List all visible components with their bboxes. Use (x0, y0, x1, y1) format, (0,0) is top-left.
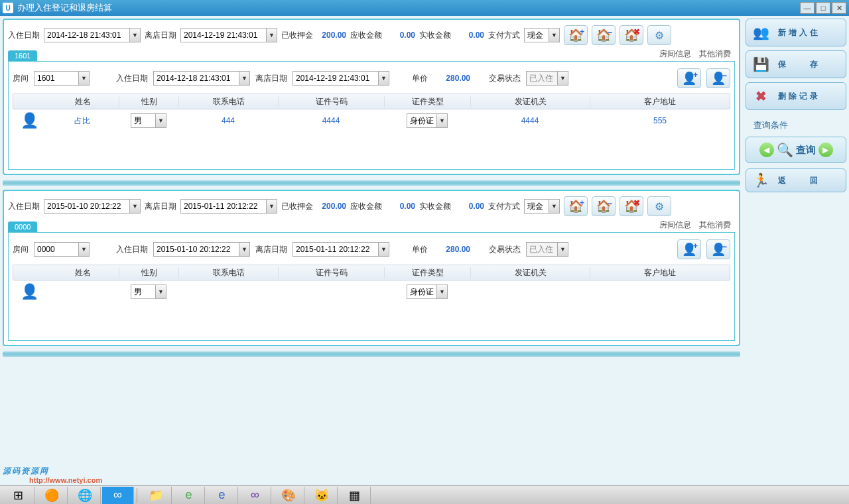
dropdown-icon[interactable]: ▼ (436, 285, 447, 298)
dropdown-icon[interactable]: ▼ (129, 200, 140, 213)
room-add-button[interactable]: 🏠+ (564, 25, 588, 45)
dropdown-icon[interactable]: ▼ (557, 72, 568, 85)
inner-checkout-picker[interactable]: ▼ (293, 71, 389, 86)
users-icon: 👥 (753, 23, 771, 42)
txn-status-select[interactable]: ▼ (526, 242, 568, 257)
dropdown-icon[interactable]: ▼ (155, 114, 166, 127)
guest-issuer[interactable]: 4444 (470, 116, 590, 125)
room-config-button[interactable]: ⚙ (647, 25, 671, 45)
dropdown-icon[interactable]: ▼ (266, 29, 277, 42)
room-tab[interactable]: 0000 (8, 221, 37, 232)
room-remove-button[interactable]: 🏠− (592, 25, 616, 45)
dropdown-icon[interactable]: ▼ (436, 114, 447, 127)
checkout-date-input[interactable] (181, 29, 266, 42)
checkin-date-picker[interactable]: ▼ (44, 28, 141, 42)
checkin-date-input[interactable] (44, 29, 129, 42)
taskbar-chrome[interactable]: 🌐 (69, 487, 101, 504)
dropdown-icon[interactable]: ▼ (378, 72, 389, 85)
disk-icon: 💾 (753, 55, 771, 74)
guest-phone[interactable]: 444 (178, 116, 278, 125)
guest-idnum[interactable]: 4444 (278, 116, 384, 125)
pay-method-select[interactable]: ▼ (524, 28, 560, 42)
taskbar-browser[interactable]: e (173, 487, 205, 504)
guest-row[interactable]: 👤 ▼ ▼ (13, 281, 730, 303)
delete-record-button[interactable]: ✖删除记录 (746, 82, 846, 110)
dropdown-icon[interactable]: ▼ (239, 243, 249, 256)
guest-remove-button[interactable]: 👤− (706, 68, 730, 88)
room-delete-button[interactable]: 🏠✖ (620, 25, 643, 45)
inner-checkout-picker[interactable]: ▼ (293, 242, 389, 257)
taskbar-vs[interactable]: ∞ (239, 487, 271, 504)
content-area: 入住日期 ▼ 离店日期 ▼ 已收押金 200.00 应收金额 0.00 实收金额… (0, 16, 743, 488)
room-tab[interactable]: 1601 (8, 50, 37, 61)
pay-method-input[interactable] (525, 29, 549, 42)
gender-select[interactable]: ▼ (131, 284, 166, 299)
receivable-label: 应收金额 (350, 30, 382, 41)
room-remove-button[interactable]: 🏠− (592, 196, 616, 216)
guest-add-button[interactable]: 👤+ (677, 68, 701, 88)
query-button[interactable]: ◀ 🔍 查询 ▶ (746, 137, 846, 163)
dropdown-icon[interactable]: ▼ (239, 72, 249, 85)
idtype-select[interactable]: ▼ (407, 284, 448, 299)
dropdown-icon[interactable]: ▼ (155, 285, 166, 298)
next-arrow-icon[interactable]: ▶ (818, 143, 833, 157)
guest-grid-header: 姓名 性别 联系电话 证件号码 证件类型 发证机关 客户地址 (13, 265, 730, 281)
dropdown-icon[interactable]: ▼ (78, 72, 89, 85)
record-card: 入住日期 ▼ 离店日期 ▼ 已收押金 200.00 应收金额 0.00 实收金额… (3, 19, 740, 175)
idtype-select[interactable]: ▼ (407, 113, 448, 128)
inner-checkin-picker[interactable]: ▼ (153, 242, 250, 257)
dropdown-icon[interactable]: ▼ (266, 200, 277, 213)
taskbar-app[interactable]: 🟠 (36, 487, 68, 504)
dropdown-icon[interactable]: ▼ (129, 29, 140, 42)
taskbar-ie[interactable]: e (206, 487, 238, 504)
taskbar-app[interactable]: ∞ (102, 487, 134, 504)
dropdown-icon[interactable]: ▼ (549, 29, 559, 42)
dropdown-icon[interactable]: ▼ (549, 200, 559, 213)
room-select[interactable]: ▼ (34, 71, 90, 86)
pay-method-label: 支付方式 (488, 30, 520, 41)
inner-checkin-picker[interactable]: ▼ (153, 71, 250, 86)
dropdown-icon[interactable]: ▼ (557, 243, 568, 256)
txn-status-label: 交易状态 (489, 73, 521, 84)
other-spend-tab[interactable]: 其他消费 (695, 218, 735, 232)
checkin-date-picker[interactable]: ▼ (44, 199, 141, 214)
taskbar-paint[interactable]: 🎨 (273, 487, 304, 504)
minimize-button[interactable]: — (800, 2, 815, 14)
taskbar-app[interactable]: ▦ (339, 487, 371, 504)
room-info-tab[interactable]: 房间信息 (655, 47, 695, 61)
gender-select[interactable]: ▼ (131, 113, 166, 128)
room-input[interactable] (34, 72, 78, 85)
room-info-tab[interactable]: 房间信息 (655, 218, 695, 232)
prev-arrow-icon[interactable]: ◀ (759, 143, 774, 157)
save-button[interactable]: 💾保 存 (746, 50, 846, 78)
sidebar: 👥新增入住 💾保 存 ✖删除记录 查询条件 ◀ 🔍 查询 ▶ 🏃返 回 (743, 16, 849, 488)
guest-add-button[interactable]: 👤+ (677, 239, 701, 259)
guest-row[interactable]: 👤 占比 ▼ 444 4444 ▼ 4444 555 (13, 109, 730, 132)
pay-method-select[interactable]: ▼ (524, 199, 560, 214)
room-select[interactable]: ▼ (34, 242, 90, 257)
other-spend-tab[interactable]: 其他消费 (695, 47, 735, 61)
taskbar-explorer[interactable]: 📁 (140, 487, 172, 504)
checkout-date-label: 离店日期 (145, 30, 176, 41)
start-button[interactable]: ⊞ (3, 487, 34, 504)
dropdown-icon[interactable]: ▼ (78, 243, 89, 256)
checkout-date-picker[interactable]: ▼ (180, 199, 277, 214)
guest-name[interactable]: 占比 (46, 115, 119, 127)
room-delete-button[interactable]: 🏠✖ (620, 196, 643, 216)
txn-status-select[interactable]: ▼ (526, 71, 568, 86)
guest-addr[interactable]: 555 (590, 116, 730, 125)
guest-grid-header: 姓名 性别 联系电话 证件号码 证件类型 发证机关 客户地址 (13, 94, 730, 109)
room-label: 房间 (13, 73, 29, 84)
dropdown-icon[interactable]: ▼ (378, 243, 389, 256)
close-button[interactable]: ✕ (832, 2, 846, 14)
taskbar-app[interactable]: 🐱 (306, 487, 338, 504)
checkout-date-picker[interactable]: ▼ (180, 28, 277, 42)
guest-remove-button[interactable]: 👤− (706, 239, 730, 259)
room-add-button[interactable]: 🏠+ (564, 196, 588, 216)
back-button[interactable]: 🏃返 回 (746, 168, 846, 192)
room-config-button[interactable]: ⚙ (647, 196, 671, 216)
add-checkin-button[interactable]: 👥新增入住 (746, 19, 846, 46)
checkin-date-label: 入住日期 (116, 73, 148, 84)
maximize-button[interactable]: □ (816, 2, 830, 14)
gear-icon: ⚙ (655, 29, 664, 42)
